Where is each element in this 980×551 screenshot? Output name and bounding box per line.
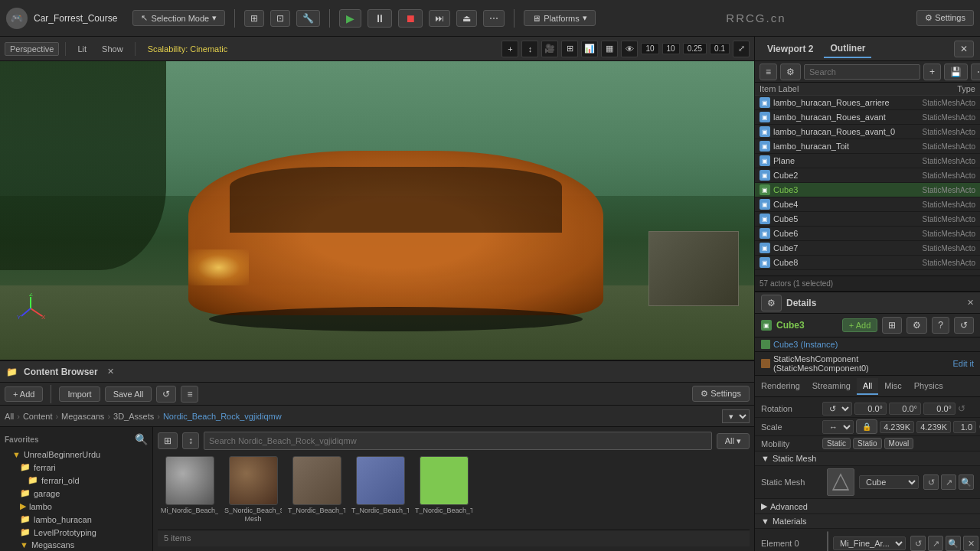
outliner-save-btn[interactable]: 💾 bbox=[944, 64, 968, 80]
asset-item-3[interactable]: T_Nordic_Beach_Texture bbox=[351, 456, 409, 523]
outliner-item-5[interactable]: ▣ Cube2 StaticMeshActo bbox=[755, 168, 980, 183]
outliner-item-2[interactable]: ▣ lambo_huracan_Roues_avant_0 StaticMesh… bbox=[755, 125, 980, 139]
show-btn[interactable]: Show bbox=[96, 42, 129, 56]
lit-btn[interactable]: Lit bbox=[72, 42, 92, 56]
material-dropdown[interactable]: Mi_Fine_Ar... bbox=[833, 536, 906, 550]
pause-btn[interactable]: ⏸ bbox=[368, 9, 392, 28]
scale-z[interactable] bbox=[953, 421, 976, 433]
sort-btn[interactable]: ↕ bbox=[182, 432, 199, 449]
rotation-z[interactable] bbox=[923, 403, 956, 415]
path-current[interactable]: Nordic_Beach_Rock_vgjidiqmw bbox=[163, 412, 282, 421]
cb-refresh-btn[interactable]: ↺ bbox=[156, 386, 176, 403]
details-reset-btn[interactable]: ↺ bbox=[954, 317, 974, 334]
cb-import-btn[interactable]: Import bbox=[59, 386, 100, 402]
mesh-browse-btn[interactable]: ↺ bbox=[923, 474, 939, 490]
select-icon[interactable]: + bbox=[501, 41, 518, 57]
selection-mode-btn[interactable]: ↖ Selection Mode ▾ bbox=[132, 10, 225, 26]
cb-search-input[interactable] bbox=[204, 432, 712, 450]
details-add-btn[interactable]: + Add bbox=[842, 318, 877, 332]
mesh-find-btn[interactable]: 🔍 bbox=[959, 474, 974, 490]
stats-icon[interactable]: 📊 bbox=[581, 41, 598, 57]
tree-item-garage[interactable]: 📁 garage bbox=[0, 487, 152, 500]
grid2-icon[interactable]: ▦ bbox=[601, 41, 618, 57]
rotation-dropdown[interactable]: ↺ bbox=[822, 402, 852, 416]
instance-label[interactable]: Cube3 (Instance) bbox=[773, 340, 838, 349]
mat-browse-btn[interactable]: ↺ bbox=[910, 536, 926, 551]
rotation-x[interactable] bbox=[854, 403, 887, 415]
outliner-add-btn[interactable]: + bbox=[923, 64, 941, 80]
snap-btn[interactable]: ⊡ bbox=[270, 10, 290, 27]
scale-y[interactable] bbox=[916, 421, 951, 433]
details-more-btn2[interactable]: ⚙ bbox=[906, 317, 927, 334]
tab-misc[interactable]: Misc bbox=[878, 378, 908, 395]
transform-btn[interactable]: ⊞ bbox=[244, 10, 264, 27]
materials-section[interactable]: ▼ Materials bbox=[755, 514, 980, 529]
tree-item-levelprototyping[interactable]: 📁 LevelPrototyping bbox=[0, 526, 152, 539]
static-mesh-section[interactable]: ▼ Static Mesh bbox=[755, 452, 980, 466]
outliner-tab[interactable]: Outliner bbox=[824, 40, 871, 58]
details-more-btn3[interactable]: ? bbox=[932, 317, 949, 334]
scale-dropdown[interactable]: ↔ bbox=[822, 420, 854, 434]
path-3dassets[interactable]: 3D_Assets bbox=[113, 412, 154, 421]
scale-x[interactable] bbox=[880, 421, 914, 433]
outliner-item-1[interactable]: ▣ lambo_huracan_Roues_avant StaticMeshAc… bbox=[755, 110, 980, 125]
outliner-item-11[interactable]: ▣ Cube8 StaticMeshActo bbox=[755, 256, 980, 270]
rotation-reset[interactable]: ↺ bbox=[958, 403, 965, 414]
mobility-static[interactable]: Static bbox=[822, 438, 851, 449]
settings-btn[interactable]: ⚙ Settings bbox=[916, 10, 974, 26]
outliner-item-6[interactable]: ▣ Cube3 StaticMeshActo bbox=[755, 183, 980, 197]
cb-save-btn[interactable]: Save All bbox=[105, 386, 152, 402]
cb-add-btn[interactable]: + Add bbox=[5, 386, 43, 402]
skip-btn[interactable]: ⏭ bbox=[429, 10, 450, 27]
tree-item-unrealbeginnerurdu[interactable]: ▼ UnrealBeginnerUrdu bbox=[0, 448, 152, 461]
outliner-item-7[interactable]: ▣ Cube4 StaticMeshActo bbox=[755, 197, 980, 212]
outliner-item-9[interactable]: ▣ Cube6 StaticMeshActo bbox=[755, 227, 980, 241]
outliner-settings-btn[interactable]: ⚙ bbox=[780, 64, 801, 80]
tree-item-megascans[interactable]: ▼ Megascans bbox=[0, 539, 152, 551]
cb-settings-btn[interactable]: ⚙ Settings bbox=[692, 386, 750, 402]
fullscreen-icon[interactable]: ⤢ bbox=[733, 41, 750, 57]
viewport2-tab[interactable]: Viewport 2 bbox=[761, 41, 819, 57]
view-toggle-btn[interactable]: ⊞ bbox=[158, 432, 178, 449]
advanced-section[interactable]: ▶ Advanced bbox=[755, 499, 980, 514]
build-btn[interactable]: 🔧 bbox=[296, 10, 320, 27]
perspective-btn[interactable]: Perspective bbox=[5, 42, 59, 56]
eject-btn[interactable]: ⏏ bbox=[456, 10, 477, 27]
rotation-y[interactable] bbox=[889, 403, 921, 415]
mesh-use-btn[interactable]: ↗ bbox=[941, 474, 956, 490]
fav-search-btn[interactable]: 🔍 bbox=[135, 433, 148, 445]
tab-physics[interactable]: Physics bbox=[908, 378, 949, 395]
cb-filter-btn[interactable]: ≡ bbox=[181, 386, 198, 403]
tab-streaming[interactable]: Streaming bbox=[806, 378, 857, 395]
stop-btn[interactable]: ⏹ bbox=[398, 9, 423, 28]
mat-clear-btn[interactable]: ✕ bbox=[963, 536, 978, 551]
play-btn[interactable]: ▶ bbox=[339, 9, 361, 28]
outliner-more-btn[interactable]: ⋯ bbox=[971, 64, 980, 80]
asset-item-4[interactable]: T_Nordic_Beach_Texture bbox=[415, 456, 472, 523]
mat-find-btn[interactable]: 🔍 bbox=[946, 536, 961, 551]
asset-item-0[interactable]: Mi_Nordic_Beach_Materi... bbox=[161, 456, 218, 523]
viewport[interactable]: X Z Y bbox=[0, 61, 754, 360]
details-more-btn1[interactable]: ⊞ bbox=[882, 317, 902, 334]
move-icon[interactable]: ↕ bbox=[521, 41, 538, 57]
outliner-search-input[interactable] bbox=[804, 64, 920, 80]
path-dropdown[interactable]: ▾ bbox=[722, 409, 750, 423]
details-close-btn[interactable]: ✕ bbox=[967, 298, 974, 308]
lock-icon[interactable]: 🔒 bbox=[856, 419, 877, 434]
mobility-movable[interactable]: Moval bbox=[884, 438, 914, 449]
outliner-filter-btn[interactable]: ≡ bbox=[760, 64, 777, 80]
more-btn[interactable]: ⋯ bbox=[483, 10, 505, 27]
cb-close-btn[interactable]: ✕ bbox=[107, 367, 114, 377]
details-filter-btn[interactable]: ⚙ bbox=[761, 295, 782, 311]
outliner-item-3[interactable]: ▣ lambo_huracan_Toit StaticMeshActo bbox=[755, 139, 980, 154]
mesh-dropdown[interactable]: Cube bbox=[859, 475, 919, 489]
outliner-item-8[interactable]: ▣ Cube5 StaticMeshActo bbox=[755, 212, 980, 227]
camera-icon[interactable]: 🎥 bbox=[541, 41, 558, 57]
path-content[interactable]: Content bbox=[23, 412, 53, 421]
tree-item-lambo[interactable]: ▶ lambo bbox=[0, 500, 152, 513]
outliner-close-btn[interactable]: ✕ bbox=[954, 41, 974, 57]
asset-item-1[interactable]: S_Nordic_Beach_Static Mesh bbox=[224, 456, 282, 523]
mobility-stationary[interactable]: Statio bbox=[853, 438, 882, 449]
outliner-item-10[interactable]: ▣ Cube7 StaticMeshActo bbox=[755, 241, 980, 256]
path-megascans[interactable]: Megascans bbox=[61, 412, 104, 421]
